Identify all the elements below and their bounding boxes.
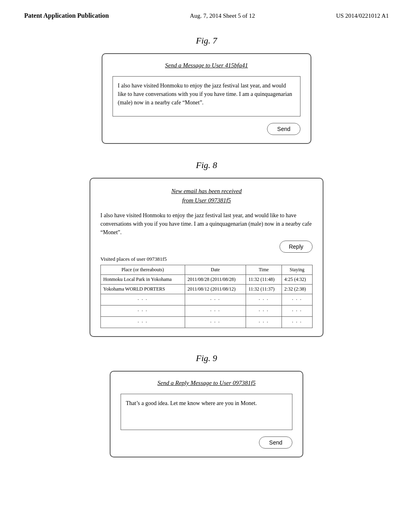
- dots-cell: · · ·: [101, 305, 185, 317]
- col-time: Time: [246, 265, 282, 275]
- figure-7-section: Fig. 7 Send a Message to User 415bfa41 I…: [24, 35, 389, 144]
- patent-center: Aug. 7, 2014 Sheet 5 of 12: [190, 12, 255, 19]
- fig7-dialog: Send a Message to User 415bfa41 I also h…: [102, 53, 311, 144]
- dots-cell: · · ·: [185, 317, 246, 328]
- fig9-send-row: Send: [121, 436, 292, 449]
- dots-cell: · · ·: [185, 294, 246, 305]
- figure-8-section: Fig. 8 New email has been received from …: [24, 160, 389, 337]
- dots-cell: · · ·: [246, 317, 282, 328]
- table-row: Yokohama WORLD PORTERS2011/08/12 (2011/0…: [101, 285, 313, 294]
- places-table: Place (or thereabouts) Date Time Staying…: [100, 265, 313, 328]
- fig7-message-area[interactable]: I also have visited Honmoku to enjoy the…: [113, 76, 300, 116]
- fig8-label: Fig. 8: [24, 160, 389, 170]
- col-staying: Staying: [282, 265, 312, 275]
- dots-cell: · · ·: [101, 317, 185, 328]
- table-cell-staying: 4:25 (4:32): [282, 275, 312, 285]
- figure-9-section: Fig. 9 Send a Reply Message to User 0973…: [24, 353, 389, 457]
- dots-cell: · · ·: [185, 305, 246, 317]
- fig8-reply-button[interactable]: Reply: [280, 241, 313, 253]
- fig9-label: Fig. 9: [24, 353, 389, 364]
- table-cell-date: 2011/08/28 (2011/08/28): [185, 275, 246, 285]
- table-body: Honmoku Local Park in Yokohama2011/08/28…: [101, 275, 313, 328]
- fig8-title-line1: New email has been received: [171, 188, 242, 194]
- fig9-message-area[interactable]: That’s a good idea. Let me know where ar…: [121, 394, 292, 430]
- fig7-send-button[interactable]: Send: [267, 123, 300, 135]
- patent-right: US 2014/0221012 A1: [336, 12, 389, 19]
- fig7-title: Send a Message to User 415bfa41: [113, 62, 300, 69]
- dots-row: · · ·· · ·· · ·· · ·: [101, 294, 313, 305]
- fig7-send-row: Send: [113, 123, 300, 135]
- table-cell-time: 11:32 (11:37): [246, 285, 282, 294]
- page: Patent Application Publication Aug. 7, 2…: [0, 0, 413, 532]
- dots-row: · · ·· · ·· · ·· · ·: [101, 305, 313, 317]
- fig8-reply-row: Reply: [100, 241, 313, 253]
- dots-cell: · · ·: [282, 305, 312, 317]
- col-date: Date: [185, 265, 246, 275]
- dots-cell: · · ·: [101, 294, 185, 305]
- fig8-dialog: New email has been received from User 09…: [90, 178, 323, 337]
- table-cell-time: 11:32 (11:48): [246, 275, 282, 285]
- fig9-title: Send a Reply Message to User 097381f5: [121, 380, 292, 387]
- dots-cell: · · ·: [246, 305, 282, 317]
- fig9-send-button[interactable]: Send: [259, 436, 292, 449]
- table-cell-date: 2011/08/12 (2011/08/12): [185, 285, 246, 294]
- dots-row: · · ·· · ·· · ·· · ·: [101, 317, 313, 328]
- table-cell-staying: 2:32 (2:38): [282, 285, 312, 294]
- fig9-dialog: Send a Reply Message to User 097381f5 Th…: [110, 371, 303, 457]
- table-cell-place: Honmoku Local Park in Yokohama: [101, 275, 185, 285]
- fig8-visited-label: Visited places of user 097381f5: [100, 256, 313, 262]
- fig8-body: I also have visited Honmoku to enjoy the…: [100, 211, 313, 237]
- table-header-row: Place (or thereabouts) Date Time Staying: [101, 265, 313, 275]
- dots-cell: · · ·: [282, 294, 312, 305]
- fig8-title-line2: from User 097381f5: [182, 197, 231, 204]
- patent-header: Patent Application Publication Aug. 7, 2…: [24, 12, 389, 19]
- table-row: Honmoku Local Park in Yokohama2011/08/28…: [101, 275, 313, 285]
- patent-left: Patent Application Publication: [24, 12, 109, 19]
- fig8-title: New email has been received from User 09…: [100, 187, 313, 205]
- fig7-label: Fig. 7: [24, 35, 389, 46]
- col-place: Place (or thereabouts): [101, 265, 185, 275]
- table-cell-place: Yokohama WORLD PORTERS: [101, 285, 185, 294]
- dots-cell: · · ·: [246, 294, 282, 305]
- dots-cell: · · ·: [282, 317, 312, 328]
